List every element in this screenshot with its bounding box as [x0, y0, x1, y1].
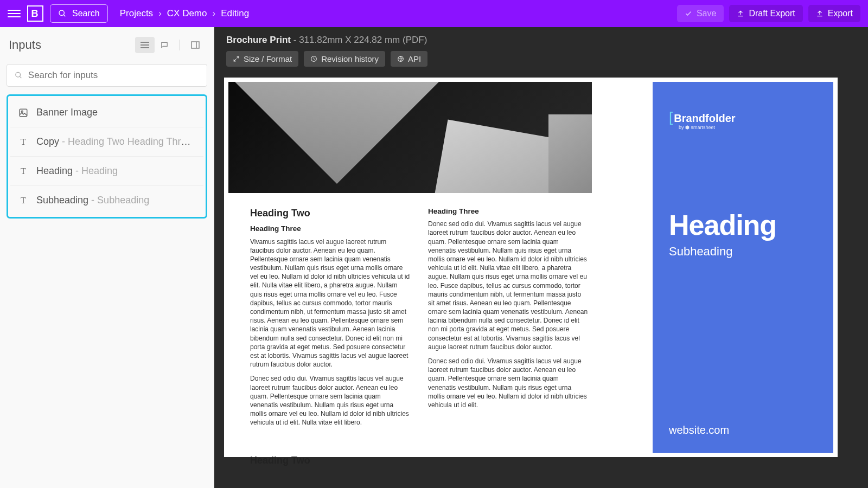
input-banner-image[interactable]: Banner Image	[10, 98, 203, 127]
sidebar-search[interactable]	[7, 64, 207, 87]
input-copy[interactable]: T Copy - Heading Two Heading Three Viv..…	[10, 127, 203, 157]
breadcrumb: Projects › CX Demo › Editing	[120, 8, 249, 19]
search-icon	[58, 9, 67, 18]
hero-subheading: Subheading	[669, 245, 817, 259]
draft-export-button[interactable]: Draft Export	[729, 5, 802, 22]
canvas: Brochure Print - 311.82mm X 224.82 mm (P…	[214, 27, 868, 488]
svg-line-1	[63, 15, 65, 16]
sidebar-title: Inputs	[9, 38, 41, 52]
global-search[interactable]: Search	[50, 4, 108, 23]
document-title: Brochure Print - 311.82mm X 224.82 mm (P…	[226, 35, 856, 46]
hero-heading: Heading	[669, 209, 817, 241]
breadcrumb-projects[interactable]: Projects	[120, 8, 153, 19]
svg-line-8	[20, 76, 21, 78]
svg-rect-5	[192, 42, 199, 48]
upload-icon	[737, 10, 744, 17]
globe-icon	[397, 55, 404, 62]
inputs-list: Banner Image T Copy - Heading Two Headin…	[7, 94, 207, 219]
revision-button[interactable]: Revision history	[304, 51, 385, 67]
brochure-page[interactable]: Heading Two Heading Three Vivamus sagitt…	[224, 78, 838, 457]
clock-icon	[310, 55, 317, 62]
image-icon	[18, 107, 29, 118]
export-button[interactable]: Export	[808, 5, 860, 22]
input-subheading[interactable]: T Subheading - Subheading	[10, 186, 203, 215]
svg-rect-9	[20, 109, 27, 117]
app-logo[interactable]: B.	[27, 5, 43, 22]
save-button[interactable]: Save	[677, 5, 724, 22]
sidebar-search-input[interactable]	[28, 70, 199, 81]
svg-point-10	[21, 111, 23, 112]
heading-three: Heading Three	[250, 224, 410, 234]
breadcrumb-page[interactable]: Editing	[221, 8, 249, 19]
cover-panel: [Brandfolder by ⬢ smartsheet Heading Sub…	[653, 82, 833, 453]
topbar: B. Search Projects › CX Demo › Editing S…	[0, 0, 868, 27]
website-url: website.com	[669, 424, 817, 436]
svg-point-7	[16, 72, 21, 77]
sidebar: Inputs Banne	[0, 27, 214, 488]
expand-icon	[233, 55, 240, 62]
search-label: Search	[72, 9, 100, 18]
text-icon: T	[18, 195, 29, 206]
size-format-button[interactable]: Size / Format	[226, 51, 298, 67]
text-icon: T	[18, 137, 29, 147]
column-one: Heading Two Heading Three Vivamus sagitt…	[250, 207, 410, 472]
text-icon: T	[18, 166, 29, 177]
view-panel-icon[interactable]	[186, 37, 205, 53]
input-heading[interactable]: T Heading - Heading	[10, 157, 203, 186]
brandfolder-logo: [Brandfolder	[669, 109, 817, 126]
column-two: Heading Three Donec sed odio dui. Vivamu…	[428, 207, 588, 415]
banner-image	[228, 82, 592, 193]
view-comment-icon[interactable]	[155, 37, 174, 53]
heading-three: Heading Three	[428, 207, 588, 216]
heading-two: Heading Two	[250, 207, 410, 220]
svg-point-0	[59, 10, 64, 15]
check-icon	[685, 10, 692, 17]
search-icon	[15, 71, 23, 80]
breadcrumb-project[interactable]: CX Demo	[167, 8, 207, 19]
heading-two-b: Heading Two	[250, 454, 410, 467]
upload-icon	[816, 10, 824, 17]
api-button[interactable]: API	[391, 51, 427, 67]
view-list-icon[interactable]	[135, 37, 155, 53]
menu-icon[interactable]	[8, 10, 21, 17]
